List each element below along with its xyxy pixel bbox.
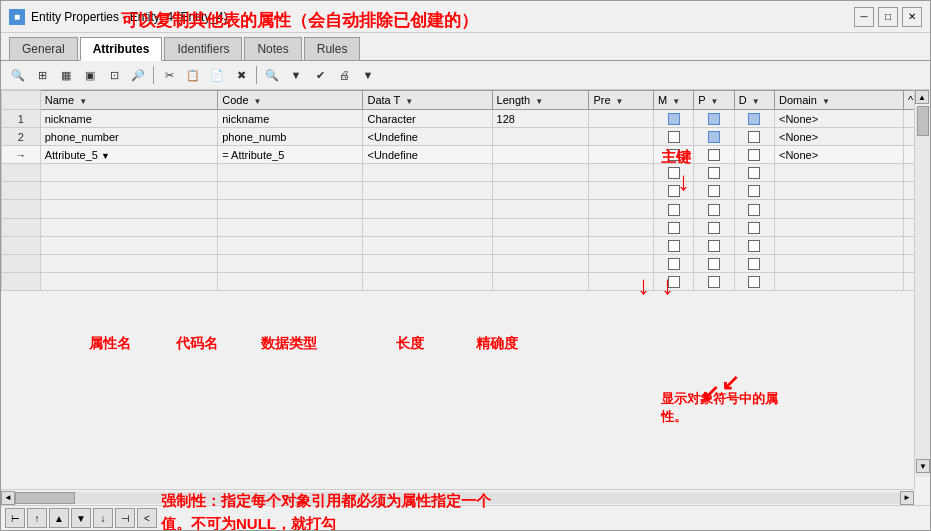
toolbar-filter[interactable]: ▼ [285,64,307,86]
cell-datatype-1[interactable]: Character [363,110,492,128]
cell-p-3[interactable] [694,146,734,164]
col-header-code[interactable]: Code ▼ [218,91,363,110]
cell-length-1[interactable]: 128 [492,110,589,128]
nav-next-page[interactable]: ↓ [93,508,113,528]
cell-domain-3[interactable]: <None> [775,146,904,164]
col-header-p[interactable]: P ▼ [694,91,734,110]
cell-length-2[interactable] [492,128,589,146]
scrollbar-down-btn[interactable]: ▼ [916,459,930,473]
scrollbar-track [915,106,930,477]
cell-name-2[interactable]: phone_number [40,128,218,146]
tab-general[interactable]: General [9,37,78,60]
tabs-bar: General Attributes Identifiers Notes Rul… [1,33,930,61]
cell-name-1[interactable]: nickname [40,110,218,128]
toolbar: 🔍 ⊞ ▦ ▣ ⊡ 🔎 ✂ 📋 📄 ✖ 🔍 ▼ ✔ 🖨 ▼ [1,61,930,90]
cell-name-3[interactable]: Attribute_5 ▼ [40,146,218,164]
cell-pre-3[interactable] [589,146,654,164]
separator-1 [153,66,154,84]
nav-back[interactable]: < [137,508,157,528]
cell-m-3[interactable] [653,146,693,164]
tab-attributes[interactable]: Attributes [80,37,163,61]
toolbar-cut[interactable]: ✂ [158,64,180,86]
col-header-m[interactable]: M ▼ [653,91,693,110]
scrollbar-right-btn[interactable]: ► [900,491,914,505]
toolbar-print[interactable]: 🖨 [333,64,355,86]
cell-p-2[interactable] [694,128,734,146]
nav-last[interactable]: ⊣ [115,508,135,528]
table-row-empty [2,236,930,254]
tab-identifiers[interactable]: Identifiers [164,37,242,60]
toolbar-paste[interactable]: 📄 [206,64,228,86]
cell-datatype-3[interactable]: <Undefine [363,146,492,164]
main-content: Name ▼ Code ▼ Data T ▼ Length ▼ Pre ▼ M … [1,90,930,530]
maximize-button[interactable]: □ [878,7,898,27]
nav-prev[interactable]: ▲ [49,508,69,528]
toolbar-delete[interactable]: ✖ [230,64,252,86]
toolbar-btn-1[interactable]: 🔍 [7,64,29,86]
table-row-empty [2,200,930,218]
close-button[interactable]: ✕ [902,7,922,27]
cell-datatype-2[interactable]: <Undefine [363,128,492,146]
table-row-empty [2,254,930,272]
table-row[interactable]: 1 nickname nickname Character 128 <None> [2,110,930,128]
table-row[interactable]: 2 phone_number phone_numb <Undefine <Non… [2,128,930,146]
window-controls[interactable]: ─ □ ✕ [854,7,922,27]
bottom-nav-bar: ⊢ ↑ ▲ ▼ ↓ ⊣ < [1,505,930,530]
toolbar-btn-5[interactable]: ⊡ [103,64,125,86]
attributes-table: Name ▼ Code ▼ Data T ▼ Length ▼ Pre ▼ M … [1,90,930,291]
cell-d-3[interactable] [734,146,774,164]
cell-p-1[interactable] [694,110,734,128]
cell-m-1[interactable] [653,110,693,128]
vertical-scrollbar[interactable]: ▲ ▼ [914,90,930,489]
cell-code-1[interactable]: nickname [218,110,363,128]
table-row-empty [2,182,930,200]
scrollbar-up-btn[interactable]: ▲ [915,90,929,104]
toolbar-btn-2[interactable]: ⊞ [31,64,53,86]
tab-notes[interactable]: Notes [244,37,301,60]
scrollbar-left-btn[interactable]: ◄ [1,491,15,505]
window-icon: ■ [9,9,25,25]
nav-prev-page[interactable]: ↑ [27,508,47,528]
col-header-pre[interactable]: Pre ▼ [589,91,654,110]
horizontal-scrollbar[interactable]: ◄ ► [1,489,914,505]
toolbar-find[interactable]: 🔍 [261,64,283,86]
toolbar-btn-3[interactable]: ▦ [55,64,77,86]
cell-d-1[interactable] [734,110,774,128]
col-header-domain[interactable]: Domain ▼ [775,91,904,110]
cell-domain-1[interactable]: <None> [775,110,904,128]
cell-domain-2[interactable]: <None> [775,128,904,146]
cell-pre-1[interactable] [589,110,654,128]
scrollbar-hthumb[interactable] [15,492,75,504]
row-num-3: → [2,146,41,164]
table-container[interactable]: Name ▼ Code ▼ Data T ▼ Length ▼ Pre ▼ M … [1,90,930,505]
table-row-new[interactable]: → Attribute_5 ▼ = Attribute_5 <Undefine … [2,146,930,164]
col-header-d[interactable]: D ▼ [734,91,774,110]
col-header-datatype[interactable]: Data T ▼ [363,91,492,110]
toolbar-btn-6[interactable]: 🔎 [127,64,149,86]
toolbar-more[interactable]: ▼ [357,64,379,86]
cell-code-2[interactable]: phone_numb [218,128,363,146]
entity-properties-window: ■ Entity Properties - Entity_4 (Entity_4… [0,0,931,531]
table-row-empty [2,218,930,236]
table-row-empty [2,164,930,182]
title-bar: ■ Entity Properties - Entity_4 (Entity_4… [1,1,930,33]
toolbar-btn-4[interactable]: ▣ [79,64,101,86]
row-num-2: 2 [2,128,41,146]
row-num-1: 1 [2,110,41,128]
cell-code-3[interactable]: = Attribute_5 [218,146,363,164]
nav-first[interactable]: ⊢ [5,508,25,528]
toolbar-check[interactable]: ✔ [309,64,331,86]
table-row-empty [2,272,930,290]
tab-rules[interactable]: Rules [304,37,361,60]
cell-length-3[interactable] [492,146,589,164]
scrollbar-thumb[interactable] [917,106,929,136]
toolbar-copy[interactable]: 📋 [182,64,204,86]
minimize-button[interactable]: ─ [854,7,874,27]
col-header-length[interactable]: Length ▼ [492,91,589,110]
nav-next[interactable]: ▼ [71,508,91,528]
cell-m-2[interactable] [653,128,693,146]
col-header-name[interactable]: Name ▼ [40,91,218,110]
cell-d-2[interactable] [734,128,774,146]
scrollbar-htrack [15,492,900,504]
cell-pre-2[interactable] [589,128,654,146]
